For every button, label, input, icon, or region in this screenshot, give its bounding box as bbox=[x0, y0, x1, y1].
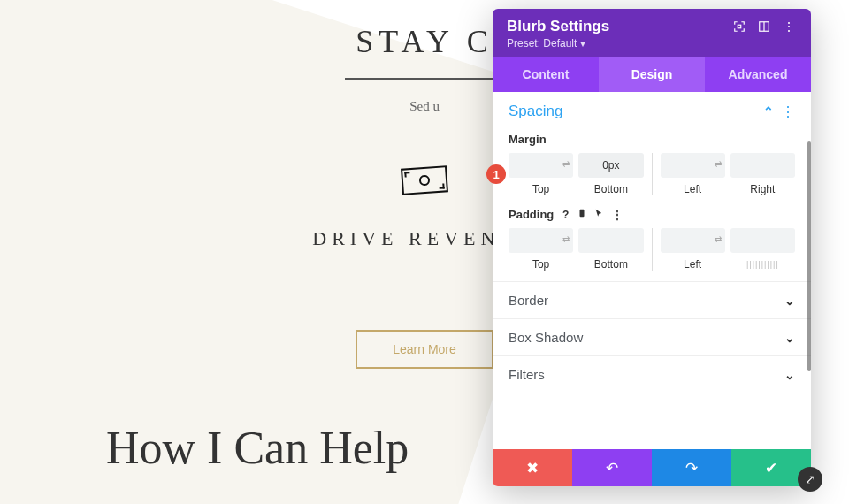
margin-left-input[interactable]: ⇄ bbox=[661, 153, 725, 178]
money-icon bbox=[401, 165, 448, 195]
tab-content[interactable]: Content bbox=[493, 57, 599, 92]
margin-bottom-label: Bottom bbox=[594, 183, 628, 195]
tab-bar: Content Design Advanced bbox=[493, 57, 811, 92]
check-icon: ✔ bbox=[765, 459, 777, 477]
slider-ruler: ||||||||||| bbox=[746, 260, 779, 269]
chevron-up-icon: ⌃ bbox=[763, 104, 774, 118]
section-box-shadow: Box Shadow ⌄ bbox=[493, 319, 811, 356]
margin-top-input[interactable]: ⇄ bbox=[509, 153, 573, 178]
section-border: Border ⌄ bbox=[493, 282, 811, 319]
scrollbar[interactable] bbox=[807, 141, 811, 371]
panel-header: Blurb Settings ⋮ Preset: Default ▾ bbox=[493, 9, 811, 57]
link-icon[interactable]: ⇄ bbox=[715, 234, 722, 244]
section-border-title: Border bbox=[509, 293, 784, 308]
margin-top-label: Top bbox=[532, 183, 549, 195]
chevron-down-icon: ⌄ bbox=[784, 294, 795, 308]
section-options-icon[interactable]: ⋮ bbox=[781, 103, 795, 120]
padding-bottom-input[interactable] bbox=[578, 228, 643, 253]
padding-label: Padding ? ⋮ bbox=[509, 208, 795, 221]
tab-design[interactable]: Design bbox=[599, 57, 705, 92]
undo-button[interactable]: ↶ bbox=[572, 449, 652, 486]
heading-rule bbox=[345, 78, 504, 80]
undo-icon: ↶ bbox=[606, 459, 618, 477]
svg-rect-0 bbox=[738, 25, 741, 28]
redo-icon: ↷ bbox=[685, 459, 698, 477]
field-options-icon[interactable]: ⋮ bbox=[612, 209, 623, 221]
section-spacing: Spacing ⌃ ⋮ Margin ⇄ Top 0px Bottom ⇄ Le… bbox=[493, 92, 811, 282]
margin-right-label: Right bbox=[750, 183, 775, 195]
settings-panel: Blurb Settings ⋮ Preset: Default ▾ Conte… bbox=[493, 9, 811, 486]
section-filters: Filters ⌄ bbox=[493, 356, 811, 393]
panel-action-bar: ✖ ↶ ↷ ✔ bbox=[493, 449, 811, 486]
focus-icon[interactable] bbox=[731, 19, 747, 34]
margin-bottom-input[interactable]: 0px bbox=[578, 153, 643, 178]
link-icon[interactable]: ⇄ bbox=[562, 159, 570, 169]
section-filters-title: Filters bbox=[509, 367, 784, 382]
columns-icon[interactable] bbox=[756, 19, 772, 34]
margin-label: Margin bbox=[509, 133, 795, 146]
padding-bottom-label: Bottom bbox=[594, 258, 628, 271]
padding-top-input[interactable]: ⇄ bbox=[509, 228, 573, 253]
padding-inputs: ⇄ Top Bottom ⇄ Left ||||||||||| bbox=[509, 228, 795, 271]
help-icon[interactable]: ? bbox=[562, 209, 569, 221]
margin-inputs: ⇄ Top 0px Bottom ⇄ Left Right bbox=[509, 153, 795, 195]
padding-right-input[interactable] bbox=[730, 228, 795, 253]
section-box-shadow-title: Box Shadow bbox=[509, 330, 784, 345]
annotation-marker-1: 1 bbox=[486, 164, 506, 184]
expand-handle-button[interactable]: ⤢ bbox=[798, 467, 822, 492]
kebab-icon[interactable]: ⋮ bbox=[781, 19, 797, 34]
panel-title: Blurb Settings bbox=[507, 18, 723, 35]
svg-rect-3 bbox=[579, 210, 584, 217]
section-filters-header[interactable]: Filters ⌄ bbox=[509, 367, 795, 382]
section-border-header[interactable]: Border ⌄ bbox=[509, 293, 795, 308]
section-spacing-header[interactable]: Spacing ⌃ ⋮ bbox=[509, 103, 795, 120]
redo-button[interactable]: ↷ bbox=[652, 449, 731, 486]
hover-icon[interactable] bbox=[594, 209, 606, 221]
padding-left-label: Left bbox=[684, 258, 701, 271]
tab-advanced[interactable]: Advanced bbox=[705, 57, 811, 92]
learn-more-button[interactable]: Learn More bbox=[356, 330, 493, 369]
chevron-down-icon: ⌄ bbox=[784, 368, 795, 382]
padding-left-input[interactable]: ⇄ bbox=[661, 228, 725, 253]
padding-top-label: Top bbox=[532, 258, 549, 271]
preset-dropdown[interactable]: Preset: Default ▾ bbox=[507, 37, 797, 50]
margin-left-label: Left bbox=[684, 183, 701, 195]
section-box-shadow-header[interactable]: Box Shadow ⌄ bbox=[509, 330, 795, 345]
chevron-down-icon: ⌄ bbox=[784, 331, 795, 345]
section-spacing-title: Spacing bbox=[509, 103, 763, 120]
link-icon[interactable]: ⇄ bbox=[715, 159, 722, 169]
device-icon[interactable] bbox=[577, 209, 589, 221]
close-icon: ✖ bbox=[526, 459, 539, 477]
margin-right-input[interactable] bbox=[730, 153, 795, 178]
link-icon[interactable]: ⇄ bbox=[562, 234, 570, 244]
cancel-button[interactable]: ✖ bbox=[493, 449, 572, 486]
expand-icon: ⤢ bbox=[805, 472, 815, 486]
